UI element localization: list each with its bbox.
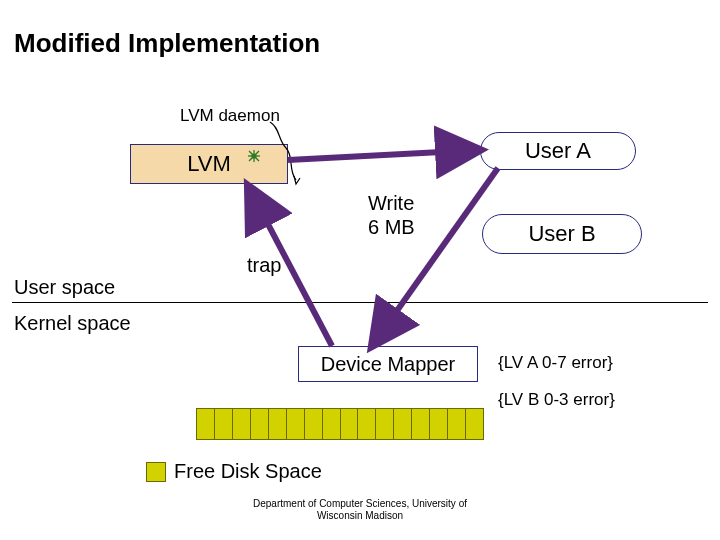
disk-cell <box>215 409 233 439</box>
space-divider <box>12 302 708 303</box>
footer-text: Department of Computer Sciences, Univers… <box>0 498 720 522</box>
user-b-label: User B <box>528 221 595 247</box>
disk-cell <box>323 409 341 439</box>
disk-cell <box>394 409 412 439</box>
lvm-box: LVM <box>130 144 288 184</box>
disk-cell <box>305 409 323 439</box>
user-a-label: User A <box>525 138 591 164</box>
legend-label: Free Disk Space <box>174 460 322 483</box>
legend: Free Disk Space <box>146 460 322 483</box>
device-mapper-label: Device Mapper <box>321 353 456 376</box>
kernel-space-label: Kernel space <box>14 312 131 335</box>
disk-cell <box>197 409 215 439</box>
disk-cell <box>448 409 466 439</box>
disk-cell <box>251 409 269 439</box>
lvm-daemon-label: LVM daemon <box>180 106 280 126</box>
write-label: Write6 MB <box>368 191 415 239</box>
legend-swatch-icon <box>146 462 166 482</box>
arrow-lvm-to-usera <box>288 150 480 160</box>
slide-title: Modified Implementation <box>14 28 320 59</box>
disk-bar <box>196 408 484 440</box>
disk-cell <box>269 409 287 439</box>
user-a-box: User A <box>480 132 636 170</box>
slide-stage: Modified Implementation LVM daemon LVM U… <box>0 0 720 540</box>
device-mapper-box: Device Mapper <box>298 346 478 382</box>
user-space-label: User space <box>14 276 115 299</box>
arrows-overlay <box>0 0 720 540</box>
disk-cell <box>466 409 483 439</box>
disk-cell <box>341 409 359 439</box>
error-a-text: {LV A 0-7 error} <box>498 353 613 373</box>
error-b-text: {LV B 0-3 error} <box>498 390 615 410</box>
disk-cell <box>358 409 376 439</box>
disk-cell <box>287 409 305 439</box>
disk-cell <box>430 409 448 439</box>
trap-label: trap <box>247 254 281 277</box>
disk-cell <box>376 409 394 439</box>
user-b-box: User B <box>482 214 642 254</box>
disk-cell <box>233 409 251 439</box>
lvm-box-label: LVM <box>187 151 231 177</box>
disk-cell <box>412 409 430 439</box>
